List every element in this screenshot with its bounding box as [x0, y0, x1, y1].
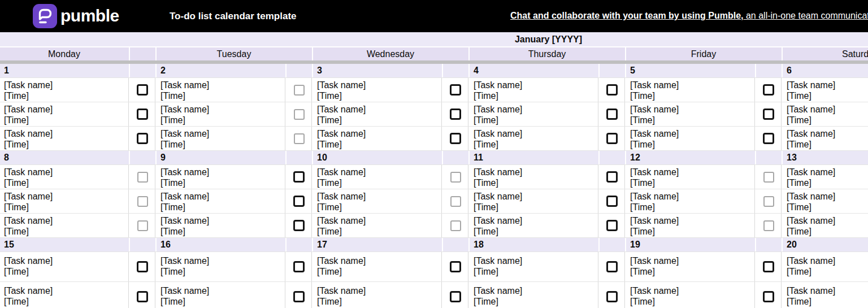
day-header-row: MondayTuesdayWednesdayThursdayFridaySatu… — [0, 47, 868, 60]
task-cell[interactable]: [Task name][Time] — [157, 214, 285, 237]
task-checkbox[interactable] — [294, 133, 305, 144]
task-checkbox[interactable] — [294, 109, 305, 120]
task-cell[interactable]: [Task name][Time] — [313, 252, 442, 281]
task-cell[interactable]: [Task name][Time] — [313, 165, 442, 189]
task-cell[interactable]: [Task name][Time] — [0, 127, 129, 150]
task-checkbox[interactable] — [763, 196, 774, 207]
task-checkbox[interactable] — [450, 220, 461, 231]
task-checkbox[interactable] — [450, 109, 461, 120]
task-cell[interactable]: [Task name][Time] — [313, 78, 442, 102]
task-cell[interactable]: [Task name][Time] — [157, 78, 285, 102]
task-checkbox[interactable] — [606, 291, 618, 302]
task-cell[interactable]: [Task name][Time] — [783, 252, 868, 281]
task-checkbox[interactable] — [294, 85, 305, 96]
task-cell[interactable]: [Task name][Time] — [313, 127, 442, 150]
task-cell[interactable]: [Task name][Time] — [157, 102, 285, 126]
task-cell[interactable]: [Task name][Time] — [626, 127, 755, 150]
task-cell[interactable]: [Task name][Time] — [0, 282, 129, 308]
task-cell[interactable]: [Task name][Time] — [783, 282, 868, 308]
task-checkbox[interactable] — [763, 291, 774, 302]
task-cell[interactable]: [Task name][Time] — [470, 214, 598, 237]
task-checkbox[interactable] — [137, 196, 148, 207]
checkbox-cell — [287, 252, 312, 281]
task-checkbox[interactable] — [450, 84, 461, 96]
task-checkbox[interactable] — [450, 196, 461, 207]
task-checkbox[interactable] — [137, 291, 148, 302]
task-cell[interactable]: [Task name][Time] — [783, 189, 868, 213]
task-checkbox[interactable] — [293, 291, 305, 302]
task-cell[interactable]: [Task name][Time] — [626, 165, 755, 189]
task-cell[interactable]: [Task name][Time] — [470, 78, 598, 102]
task-checkbox[interactable] — [450, 133, 461, 144]
task-cell[interactable]: [Task name][Time] — [157, 127, 285, 150]
task-checkbox[interactable] — [137, 109, 148, 120]
task-checkbox[interactable] — [293, 261, 305, 272]
task-checkbox[interactable] — [606, 196, 618, 207]
task-cell[interactable]: [Task name][Time] — [626, 252, 755, 281]
task-cell[interactable]: [Task name][Time] — [470, 165, 598, 189]
task-time-label: [Time] — [630, 266, 754, 277]
task-name-label: [Task name] — [787, 215, 868, 226]
task-cell[interactable]: [Task name][Time] — [783, 165, 868, 189]
task-checkbox[interactable] — [763, 261, 774, 272]
task-cell[interactable]: [Task name][Time] — [313, 189, 442, 213]
task-checkbox[interactable] — [763, 220, 774, 231]
task-cell[interactable]: [Task name][Time] — [0, 252, 129, 281]
task-name-label: [Task name] — [160, 167, 285, 177]
task-checkbox[interactable] — [606, 109, 618, 120]
task-checkbox[interactable] — [763, 172, 774, 183]
checkbox-cell — [600, 252, 625, 281]
task-cell[interactable]: [Task name][Time] — [313, 102, 442, 126]
task-cell[interactable]: [Task name][Time] — [0, 189, 129, 213]
task-cell[interactable]: [Task name][Time] — [0, 214, 129, 237]
task-checkbox[interactable] — [137, 133, 148, 144]
task-cell[interactable]: [Task name][Time] — [470, 282, 598, 308]
task-checkbox[interactable] — [450, 172, 461, 183]
task-checkbox[interactable] — [763, 109, 774, 120]
task-cell[interactable]: [Task name][Time] — [626, 102, 755, 126]
task-cell[interactable]: [Task name][Time] — [157, 165, 285, 189]
task-cell[interactable]: [Task name][Time] — [313, 214, 442, 237]
date-cell: 8 — [0, 151, 129, 164]
task-cell[interactable]: [Task name][Time] — [313, 282, 442, 308]
task-checkbox[interactable] — [137, 84, 148, 96]
task-checkbox[interactable] — [137, 172, 148, 183]
task-cell[interactable]: [Task name][Time] — [157, 282, 285, 308]
date-spacer-cell — [287, 64, 312, 77]
task-cell[interactable]: [Task name][Time] — [470, 102, 598, 126]
task-cell[interactable]: [Task name][Time] — [626, 189, 755, 213]
task-checkbox[interactable] — [606, 84, 618, 96]
task-time-label: [Time] — [787, 202, 868, 212]
task-checkbox[interactable] — [293, 171, 305, 183]
task-cell[interactable]: [Task name][Time] — [470, 127, 598, 150]
task-checkbox[interactable] — [763, 84, 774, 96]
task-checkbox[interactable] — [450, 261, 461, 272]
task-checkbox[interactable] — [606, 133, 618, 144]
task-cell[interactable]: [Task name][Time] — [783, 127, 868, 150]
task-checkbox[interactable] — [606, 220, 618, 231]
task-cell[interactable]: [Task name][Time] — [157, 189, 285, 213]
task-cell[interactable]: [Task name][Time] — [626, 214, 755, 237]
promo-link[interactable]: Chat and collaborate with your team by u… — [510, 11, 868, 21]
task-checkbox[interactable] — [137, 261, 148, 272]
task-cell[interactable]: [Task name][Time] — [626, 282, 755, 308]
task-cell[interactable]: [Task name][Time] — [626, 78, 755, 102]
task-checkbox[interactable] — [606, 171, 618, 183]
task-cell[interactable]: [Task name][Time] — [783, 78, 868, 102]
task-cell[interactable]: [Task name][Time] — [0, 78, 129, 102]
task-cell[interactable]: [Task name][Time] — [783, 214, 868, 237]
task-checkbox[interactable] — [606, 261, 618, 272]
task-cell[interactable]: [Task name][Time] — [0, 102, 129, 126]
task-name-label: [Task name] — [4, 104, 128, 115]
task-checkbox[interactable] — [293, 196, 305, 207]
checkbox-cell — [287, 189, 312, 213]
task-cell[interactable]: [Task name][Time] — [783, 102, 868, 126]
task-cell[interactable]: [Task name][Time] — [157, 252, 285, 281]
task-checkbox[interactable] — [450, 291, 461, 302]
task-checkbox[interactable] — [763, 133, 774, 144]
task-checkbox[interactable] — [137, 220, 148, 231]
task-cell[interactable]: [Task name][Time] — [470, 252, 598, 281]
task-cell[interactable]: [Task name][Time] — [0, 165, 129, 189]
task-checkbox[interactable] — [293, 220, 305, 231]
task-cell[interactable]: [Task name][Time] — [470, 189, 598, 213]
